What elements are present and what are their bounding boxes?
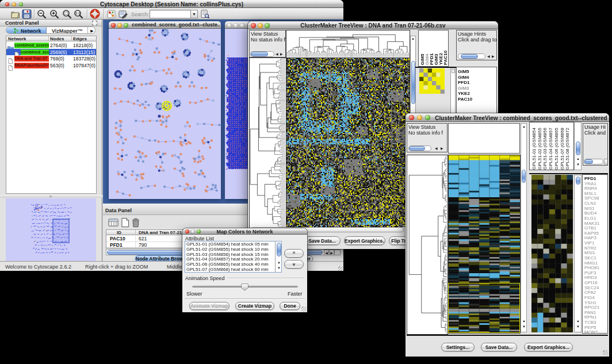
tv1-gene-label[interactable]: YKE2	[458, 91, 470, 96]
attribute-list-item[interactable]: GPL51-01 (GSM854) heat shock 05 min	[185, 242, 281, 247]
tab-network[interactable]: Network	[6, 27, 47, 34]
tv2-column-label[interactable]: GPL51-06 (GSM865	[554, 128, 559, 170]
tv2-buttons-save-data-button[interactable]: Save Data...	[481, 343, 517, 351]
network-tree-row[interactable]: RNAPuberNov2+!563(0)107847(0)	[6, 62, 96, 69]
tv1-heatmap[interactable]	[286, 58, 410, 228]
tv1-column-dendrogram[interactable]	[286, 30, 410, 58]
tv1-view-status-line1: View Status	[251, 31, 278, 37]
tv1-title-bar[interactable]: ClusterMaker TreeView : DNA and Tran 07-…	[248, 21, 498, 29]
tv2-column-label[interactable]: GPL51-01 (GSM854	[531, 128, 537, 170]
tv2-buttons-export-graphics-button[interactable]: Export Graphics...	[524, 343, 573, 351]
scroll-left-button[interactable]: ◀	[324, 250, 329, 255]
tv2-buttons-settings-button[interactable]: Settings...	[441, 343, 475, 351]
tv2-usage-scrollbar[interactable]	[584, 159, 608, 165]
slider-thumb[interactable]	[241, 283, 248, 291]
tv2-column-label[interactable]: GPL51-07 (GSM868	[560, 128, 565, 170]
attribute-list-item[interactable]: GPL51-07 (GSM868) heat shock 60 min	[185, 267, 281, 272]
dialog-title-bar[interactable]: Map Colors to Network	[182, 228, 307, 235]
delete-attribute-icon[interactable]	[131, 217, 141, 230]
panel-splitter[interactable]	[0, 195, 102, 198]
tv2-status-scrollbar[interactable]: ◀ ▶	[408, 145, 446, 151]
tv2-close-button[interactable]	[409, 115, 414, 120]
treeview2-window: ClusterMaker TreeView : combined_scores_…	[406, 113, 609, 357]
tv1-gene-label[interactable]: PAC10	[458, 97, 472, 102]
netview2-zoom-button[interactable]	[240, 23, 244, 28]
tv2-heatmap[interactable]	[448, 155, 521, 334]
netview2-close-button[interactable]	[227, 23, 232, 28]
tv1-status-scrollbar[interactable]: ◀ ▶	[250, 51, 285, 57]
status-hint-middle: Middle-	[167, 264, 184, 270]
tab-vizmapper-label[interactable]: VizMapper™	[52, 28, 83, 34]
tv2-zoom-button[interactable]	[425, 115, 430, 120]
attribute-select-icon[interactable]	[108, 217, 118, 230]
tv1-correlation-matrix[interactable]	[419, 68, 445, 94]
tv1-gene-label[interactable]: GIM3	[458, 86, 469, 91]
attribute-list-item[interactable]: GPL51-03 (GSM856) heat shock 15 min	[185, 252, 281, 257]
network-tree-row[interactable]: combined_sco2569(6)13112(15)	[6, 49, 96, 56]
tv1-gene-label[interactable]: PFD1	[458, 80, 469, 85]
animation-speed-slider[interactable]	[192, 283, 298, 291]
tv1-usage-line2: Click and drag to	[458, 37, 497, 43]
tv2-column-label[interactable]: GPL51-04 (GSM857	[548, 128, 553, 170]
tv1-view-status: View Status No status info f ◀ ▶	[249, 30, 286, 58]
attribute-value: 621	[139, 236, 147, 242]
tv2-row-dendrogram[interactable]	[407, 155, 448, 335]
tv2-zoom-scrollbar[interactable]: ▲ ▼	[574, 175, 582, 332]
tv1-column-label[interactable]: PAC10	[443, 51, 448, 65]
tab-overflow-button[interactable]: ▶	[87, 27, 95, 34]
move-down-button[interactable]: v	[284, 260, 304, 269]
attribute-listbox[interactable]: GPL51-01 (GSM854) heat shock 05 minGPL51…	[185, 241, 282, 273]
tv1-row-dendrogram[interactable]	[249, 58, 286, 228]
tv2-zoom-heatmap[interactable]	[531, 175, 573, 332]
tv2-gene-label[interactable]: MON2	[584, 329, 598, 335]
tv2-collabel-scrollbar[interactable]: ▲ ▼	[574, 122, 582, 170]
tv2-vscrollbar[interactable]: ▲ ▲ ▼	[521, 123, 527, 332]
animate-vizmap-button[interactable]: Animate Vizmap	[189, 302, 230, 310]
new-attribute-icon[interactable]	[120, 217, 130, 230]
attribute-list-item[interactable]: GPL51-04 (GSM857) heat shock 20 min	[185, 256, 281, 262]
attr-col-id[interactable]: ID	[117, 230, 121, 235]
tv1-scroll-right-icon[interactable]: ▶	[280, 52, 283, 56]
float-panel-icon[interactable]	[92, 21, 97, 25]
attribute-list-item[interactable]: GPL51-06 (GSM865) heat shock 40 min	[185, 262, 281, 267]
network-view-window[interactable]: combined_scores_good.txt--cluste...	[109, 21, 221, 199]
netview-close-button[interactable]	[111, 23, 116, 28]
move-up-button[interactable]: ^	[284, 249, 304, 258]
tv1-gene-label[interactable]: GIM5	[458, 69, 469, 74]
tv2-column-label[interactable]: GPL51-03 (GSM856	[542, 128, 548, 170]
tv1-usage-line1: Usage Hints	[458, 31, 486, 37]
network-tree-row[interactable]: combined_scores_2764(0)16218(0)	[6, 42, 96, 49]
tv2-resize-grip[interactable]	[603, 350, 608, 355]
main-resize-grip[interactable]	[338, 266, 343, 271]
attribute-list-scrollbar[interactable]: ▲ ▼	[275, 242, 282, 273]
col-header-edges[interactable]: Edges	[73, 36, 87, 41]
slider-slower-label: Slower	[186, 291, 202, 297]
netview-minimize-button[interactable]	[117, 23, 122, 28]
network-name: DNA and Tran 07	[14, 56, 49, 62]
tv1-buttons-export-graphics-button[interactable]: Export Graphics...	[344, 236, 385, 245]
desktop: Cytoscape Desktop (Session Name: collins…	[0, 0, 612, 364]
search-input[interactable]	[150, 10, 191, 18]
attribute-list-item[interactable]: GPL51-02 (GSM855) heat shock 10 min	[185, 247, 281, 252]
done-button[interactable]: Done	[280, 302, 300, 310]
tv2-title-bar[interactable]: ClusterMaker TreeView : combined_scores_…	[406, 113, 609, 122]
tv1-buttons-save-data-button[interactable]: Save Data...	[304, 236, 341, 245]
dialog-resize-grip[interactable]	[301, 306, 307, 312]
tv2-minimize-button[interactable]	[417, 115, 422, 120]
netview2-minimize-button[interactable]	[234, 23, 238, 28]
scroll-right-button[interactable]: ▶	[329, 250, 334, 255]
tv1-gene-label[interactable]: GIM4	[458, 75, 469, 80]
network-tree-row[interactable]: DNA and Tran 07769(0)183728(0)	[6, 55, 96, 62]
col-header-nodes[interactable]: Nodes	[50, 36, 64, 41]
netview-zoom-button[interactable]	[124, 23, 128, 28]
network-graph-view[interactable]	[109, 29, 221, 199]
search-dropdown-button[interactable]: ▼	[190, 10, 198, 18]
tv1-scroll-left-icon[interactable]: ◀	[276, 52, 278, 56]
tv1-usage-scrollbar[interactable]: ◀ ▶	[458, 53, 496, 59]
network-overview-thumbnail[interactable]	[6, 198, 96, 261]
tv2-column-label[interactable]: GPL51-08 (GSM872	[565, 128, 570, 170]
main-title-bar[interactable]: Cytoscape Desktop (Session Name: collins…	[0, 0, 343, 8]
col-header-network[interactable]: Network	[8, 36, 26, 41]
create-vizmap-button[interactable]: Create Vizmap	[235, 302, 274, 310]
tv2-column-label[interactable]: GPL51-02 (GSM855	[537, 128, 542, 170]
